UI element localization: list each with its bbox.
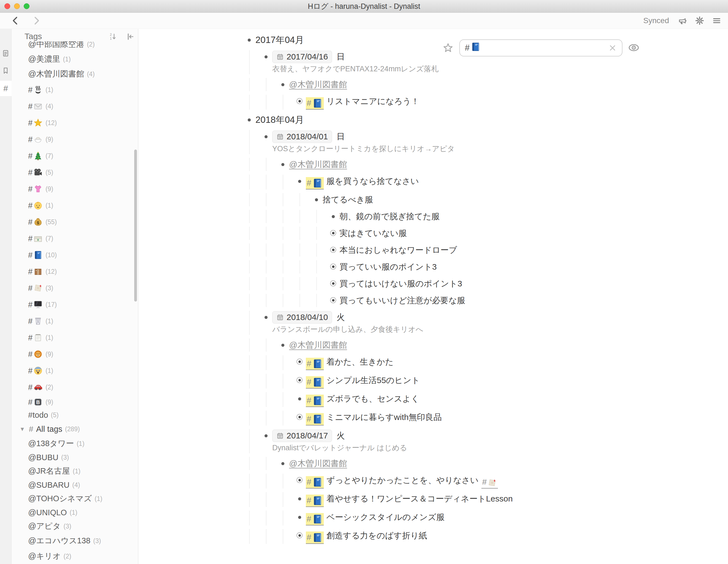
date-pill[interactable]: 2018/04/10 [272, 311, 332, 323]
book-tag-link[interactable]: # [481, 476, 498, 488]
sidebar-item-tag[interactable]: @JR名古屋(1) [12, 464, 138, 478]
forward-button[interactable] [31, 16, 41, 26]
sidebar-item-tag-movie-camera[interactable]: #(5) [12, 164, 138, 181]
node-bullet[interactable] [296, 474, 303, 483]
node-content[interactable]: #着かた、生きかた [306, 355, 393, 370]
sidebar-scrollbar[interactable] [134, 150, 137, 301]
book-tag-link[interactable]: # [306, 476, 324, 488]
sidebar-item-tag-yen-banknotes[interactable]: #¥(7) [12, 230, 138, 247]
zoom-window-button[interactable] [24, 3, 29, 9]
sidebar-item-tag-desktop-computer[interactable]: #(17) [12, 296, 138, 313]
sidebar-item-tag-fearful-face[interactable]: #(1) [12, 362, 138, 379]
sidebar-item-tag[interactable]: @キリオ(2) [12, 549, 138, 564]
node-bullet[interactable] [279, 78, 286, 86]
node-note[interactable]: Dynalistでバレットジャーナル はじめる [272, 442, 407, 453]
back-button[interactable] [10, 16, 20, 26]
sidebar-item-tag-wastebasket[interactable]: #(1) [12, 313, 138, 329]
node-content[interactable]: 買っていい服のポイント3 [339, 260, 437, 274]
node-content[interactable]: 実はきていない服 [339, 227, 407, 240]
close-window-button[interactable] [4, 3, 10, 9]
sidebar-item-tag-hot-springs[interactable]: #(1) [12, 82, 138, 98]
sidebar-item-tag-package[interactable]: #(12) [12, 263, 138, 280]
sidebar-item-tag-lion[interactable]: #(9) [12, 346, 138, 362]
sidebar-item-tag[interactable]: @SUBARU(4) [12, 478, 138, 492]
node-bullet[interactable] [296, 392, 303, 400]
sidebar-item-tag-blue-book[interactable]: #(10) [12, 247, 138, 263]
node-bullet[interactable] [296, 355, 303, 364]
node-content[interactable]: #ベーシックスタイルのメンズ服 [306, 511, 444, 525]
node-bullet[interactable] [296, 529, 303, 538]
sidebar-item-tag-envelope[interactable]: #(4) [12, 98, 138, 115]
collapse-left-icon[interactable] [126, 32, 134, 42]
rail-item-hash-icon[interactable]: # [0, 81, 12, 96]
node-content[interactable]: #リストマニアになろう！ [306, 95, 419, 110]
node-bullet[interactable] [246, 33, 252, 42]
sidebar-item-tag[interactable]: @UNIQLO(1) [12, 506, 138, 519]
sidebar-item-tag[interactable]: @エコハウス138(3) [12, 533, 138, 549]
node-bullet[interactable] [330, 260, 336, 270]
node-content[interactable]: #ミニマルに暮らすwith無印良品 [306, 411, 442, 425]
node-bullet[interactable] [330, 227, 336, 236]
node-bullet[interactable] [279, 457, 286, 465]
sidebar-item-tag[interactable]: @アピタ(3) [12, 519, 138, 533]
node-content[interactable]: #服を買うなら捨てなさい [306, 175, 419, 190]
sidebar-item-tag-star[interactable]: #(12) [12, 115, 138, 131]
node-bullet[interactable] [296, 374, 303, 383]
node-bullet[interactable] [279, 158, 286, 166]
node-bullet[interactable] [330, 210, 336, 218]
sidebar-item-tag-rice[interactable]: #(9) [12, 131, 138, 148]
sidebar-item-tag[interactable]: @TOHOシネマズ(1) [12, 492, 138, 506]
node-bullet[interactable] [296, 175, 303, 183]
sidebar-item-tag-notepad[interactable]: #(1) [12, 329, 138, 346]
sidebar-item-tag-car[interactable]: #(2) [12, 379, 138, 395]
book-tag-link[interactable]: # [306, 358, 324, 370]
book-tag-link[interactable]: # [306, 177, 324, 190]
sidebar-item-tag[interactable]: @138タワー(1) [12, 437, 138, 450]
sidebar-item-tag[interactable]: #todo(5) [12, 409, 138, 421]
location-tag-link[interactable]: @木曽川図書館 [289, 340, 347, 349]
sidebar-item-tag-blouse[interactable]: #(9) [12, 181, 138, 197]
gear-icon[interactable] [695, 16, 704, 25]
node-bullet[interactable] [330, 294, 336, 303]
node-bullet[interactable] [313, 193, 320, 201]
node-bullet[interactable] [330, 244, 336, 253]
node-note[interactable]: YOSとタンクローリートミカを探しにキリオ→アピタ [272, 143, 455, 154]
node-content[interactable]: #ずっとやりたかったことを、やりなさい# [306, 474, 498, 488]
node-bullet[interactable] [263, 130, 269, 138]
node-note[interactable]: 衣替え、ヤフオクでPENTAX12-24mmレンズ落札 [272, 63, 439, 74]
date-pill[interactable]: 2017/04/16 [272, 51, 332, 63]
node-content[interactable]: #シンプル生活55のヒント [306, 374, 420, 388]
node-bullet[interactable] [263, 310, 269, 319]
sidebar-item-all-tags[interactable]: ▼#All tags(289) [12, 421, 138, 437]
book-tag-link[interactable]: # [306, 531, 324, 544]
node-content[interactable]: #創造する力をのばす折り紙 [306, 529, 427, 544]
node-content[interactable]: 2017年04月 [255, 33, 304, 47]
book-tag-link[interactable]: # [306, 495, 324, 507]
node-content[interactable]: 本当におしゃれなワードローブ [339, 244, 457, 257]
node-content[interactable]: 買ってはいけない服のポイント3 [339, 277, 462, 290]
node-bullet[interactable] [296, 492, 303, 500]
node-content[interactable]: 捨てるべき服 [323, 193, 373, 206]
sidebar-item-tag[interactable]: @BUBU(3) [12, 450, 138, 464]
node-content[interactable]: #着やせする！ワンピース＆コーディネートLesson [306, 492, 513, 507]
sidebar-item-tag-b-button[interactable]: #B(9) [12, 395, 138, 409]
rail-item-doc-icon[interactable] [0, 46, 12, 61]
node-bullet[interactable] [296, 95, 303, 104]
node-bullet[interactable] [263, 50, 269, 58]
node-content[interactable]: 2018年04月 [255, 113, 304, 126]
rail-item-bookmark-icon[interactable] [0, 63, 12, 79]
book-tag-link[interactable]: # [306, 513, 324, 525]
date-pill[interactable]: 2018/04/17 [272, 430, 332, 442]
node-bullet[interactable] [246, 113, 252, 122]
sidebar-item-tag-baby[interactable]: #(1) [12, 197, 138, 214]
node-bullet[interactable] [296, 511, 303, 519]
book-tag-link[interactable]: # [306, 376, 324, 388]
node-content[interactable]: #ズボラでも、センスよく [306, 392, 419, 407]
megaphone-icon[interactable] [678, 16, 687, 25]
location-tag-link[interactable]: @木曽川図書館 [289, 160, 347, 169]
sidebar-item-tag-noshi[interactable]: #(3) [12, 280, 138, 296]
expander-triangle-icon[interactable]: ▼ [20, 426, 25, 432]
node-note[interactable]: バランスボールの申し込み、夕食後キリオへ [272, 324, 423, 335]
sidebar-item-tag[interactable]: @木曽川図書館(4) [12, 67, 138, 82]
node-bullet[interactable] [296, 411, 303, 420]
